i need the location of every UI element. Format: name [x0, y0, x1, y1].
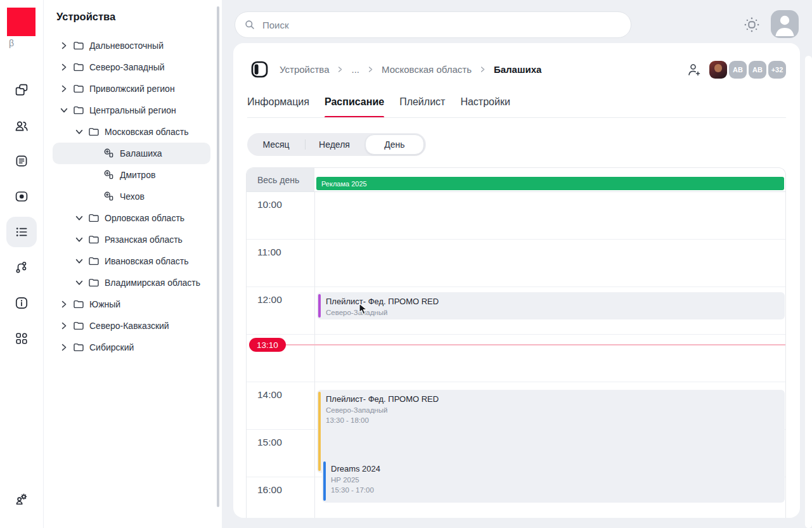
sidebar-scrollbar[interactable]	[217, 6, 219, 507]
add-person-icon[interactable]	[686, 62, 702, 77]
view-month[interactable]: Месяц	[247, 135, 305, 154]
calendar-view-switch: Месяц Неделя День	[247, 133, 426, 156]
chevron-right-icon[interactable]	[59, 299, 69, 309]
device-group-icon	[103, 148, 115, 159]
sidebar-item-chehov[interactable]: Чехов	[53, 186, 216, 207]
chevron-right-icon[interactable]	[59, 342, 69, 352]
member-avatar[interactable]: АВ	[729, 61, 747, 79]
users-icon[interactable]	[6, 111, 37, 141]
tab-information[interactable]: Информация	[247, 96, 309, 118]
sidebar-title: Устройства	[56, 11, 115, 23]
player-icon[interactable]	[6, 181, 37, 212]
tabs-divider	[247, 117, 786, 118]
sidebar-item-vladimirskaya[interactable]: Владимирская область	[53, 272, 216, 293]
brand-logo[interactable]	[7, 8, 35, 36]
device-tree-sidebar: Устройства Дальневосточный Северо-Западн…	[44, 0, 222, 528]
day-calendar: Весь день Реклама 2025 10:00 11:00 12:00…	[246, 167, 786, 518]
tab-settings[interactable]: Настройки	[460, 96, 510, 118]
breadcrumb-ellipsis[interactable]: ...	[351, 64, 359, 75]
view-week[interactable]: Неделя	[306, 135, 363, 154]
hour-row-10: 10:00	[247, 192, 785, 240]
members-group: АВ АВ +32	[686, 61, 786, 79]
icon-rail: β	[0, 0, 44, 528]
hour-row-13	[247, 335, 785, 382]
sidebar-item-dmitrov[interactable]: Дмитров	[53, 164, 216, 186]
search-input[interactable]	[261, 19, 622, 31]
event-time: 13:30 - 18:00	[326, 416, 778, 424]
event-color-bar	[318, 392, 321, 471]
folder-icon	[73, 299, 84, 310]
chevron-down-icon[interactable]	[74, 213, 84, 223]
apps-icon[interactable]	[6, 323, 37, 354]
sidebar-item-severo-kavkazsky[interactable]: Северо-Кавказский	[53, 315, 216, 337]
breadcrumb: Устройства ... Московская область Балаши…	[280, 64, 541, 75]
info-icon[interactable]	[6, 288, 37, 318]
folder-icon	[88, 212, 100, 224]
sidebar-item-ivanovskaya[interactable]: Ивановская область	[53, 250, 216, 272]
sidebar-item-dalnevostochny[interactable]: Дальневосточный	[53, 35, 216, 56]
breadcrumb-region[interactable]: Московская область	[382, 64, 472, 75]
theme-toggle-sun-icon[interactable]	[743, 16, 761, 34]
event-dreams-2024[interactable]: Dreams 2024 НР 2025 15:30 - 17:00	[322, 460, 785, 503]
current-time-badge: 13:10	[249, 338, 286, 352]
documents-icon[interactable]	[6, 146, 37, 176]
sidebar-item-balashiha[interactable]: Балашиха	[53, 143, 210, 164]
tab-playlist[interactable]: Плейлист	[399, 96, 445, 118]
view-day[interactable]: День	[365, 134, 424, 155]
folder-icon	[88, 255, 100, 267]
chevron-right-icon	[479, 65, 487, 74]
chevron-down-icon[interactable]	[74, 235, 84, 245]
event-color-bar	[318, 294, 321, 318]
tab-schedule[interactable]: Расписание	[325, 96, 384, 118]
device-card: Устройства ... Московская область Балаши…	[233, 43, 800, 518]
all-day-label: Весь день	[247, 168, 314, 191]
sidebar-item-severo-zapadny[interactable]: Северо-Западный	[53, 56, 216, 78]
sidebar-item-orlovskaya[interactable]: Орловская область	[53, 207, 216, 229]
sidebar-item-privolzhsky[interactable]: Приволжский регион	[53, 78, 216, 100]
chevron-down-icon[interactable]	[59, 105, 69, 115]
member-avatar[interactable]: АВ	[749, 61, 766, 79]
user-settings-icon[interactable]	[6, 484, 37, 514]
chevron-down-icon[interactable]	[74, 256, 84, 266]
chevron-right-icon[interactable]	[59, 62, 69, 72]
folder-icon	[73, 342, 84, 353]
sidebar-item-moskovskaya[interactable]: Московская область	[53, 121, 216, 143]
user-avatar[interactable]	[771, 10, 799, 38]
folder-icon	[88, 126, 100, 138]
folder-icon	[73, 83, 84, 94]
chevron-right-icon[interactable]	[59, 84, 69, 94]
sidebar-toggle-icon[interactable]	[251, 61, 268, 78]
sidebar-item-yuzhny[interactable]: Южный	[53, 293, 216, 315]
sidebar-item-sibirsky[interactable]: Сибирский	[53, 337, 216, 358]
event-title: Плейлист- Фед. ПРОМО RED	[326, 394, 778, 404]
sidebar-item-ryazanskaya[interactable]: Рязанская область	[53, 229, 216, 250]
all-day-event[interactable]: Реклама 2025	[316, 177, 784, 190]
mouse-cursor	[359, 303, 370, 315]
folder-icon	[88, 234, 100, 245]
folder-icon	[73, 61, 84, 73]
search-bar[interactable]	[235, 11, 631, 38]
devices-icon[interactable]	[6, 75, 37, 105]
chevron-down-icon[interactable]	[74, 278, 84, 288]
beta-label: β	[9, 38, 14, 48]
sidebar-item-centralny[interactable]: Центральный регион	[53, 100, 216, 121]
calendar-body: 10:00 11:00 12:00 14:00 15:00 16:00 Плей…	[247, 192, 785, 518]
chevron-right-icon	[336, 65, 344, 74]
event-subtitle: Северо-Западный	[326, 406, 778, 414]
breadcrumb-devices[interactable]: Устройства	[280, 64, 329, 75]
event-playlist-promo-red-12[interactable]: Плейлист- Фед. ПРОМО RED Северо-Западный	[317, 292, 785, 319]
member-avatar-overflow[interactable]: +32	[768, 61, 786, 79]
event-time: 15:30 - 17:00	[331, 486, 778, 494]
member-avatar-photo[interactable]	[709, 61, 727, 79]
chevron-right-icon[interactable]	[59, 41, 69, 51]
folder-icon	[88, 277, 100, 288]
event-color-bar	[323, 461, 326, 501]
folder-icon	[73, 105, 84, 116]
page-scrollbar-track[interactable]	[805, 56, 812, 528]
chevron-down-icon[interactable]	[74, 127, 84, 137]
current-time-line	[286, 344, 785, 345]
flows-icon[interactable]	[6, 252, 37, 283]
search-icon	[244, 19, 255, 30]
chevron-right-icon[interactable]	[59, 321, 69, 331]
playlist-list-icon[interactable]	[6, 217, 37, 247]
